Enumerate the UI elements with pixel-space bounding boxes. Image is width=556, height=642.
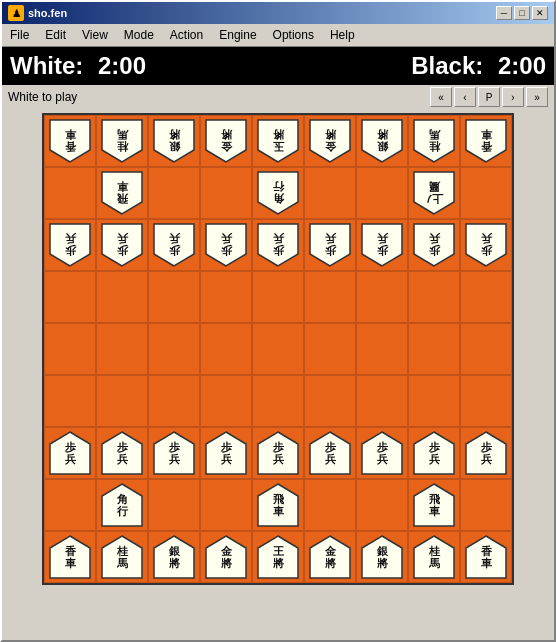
cell-7-2[interactable] <box>148 479 200 531</box>
cell-0-8[interactable]: 香車 <box>460 115 512 167</box>
piece-pawn_b-2-0[interactable]: 歩兵 <box>48 222 92 268</box>
cell-3-0[interactable] <box>44 271 96 323</box>
cell-8-4[interactable]: 王將 <box>252 531 304 583</box>
cell-1-4[interactable]: 角行 <box>252 167 304 219</box>
prev-button[interactable]: ‹ <box>454 87 476 107</box>
cell-7-1[interactable]: 角行 <box>96 479 148 531</box>
cell-5-4[interactable] <box>252 375 304 427</box>
menu-item-mode[interactable]: Mode <box>116 26 162 44</box>
piece-pawn_b-2-4[interactable]: 歩兵 <box>256 222 300 268</box>
cell-4-6[interactable] <box>356 323 408 375</box>
first-button[interactable]: « <box>430 87 452 107</box>
piece-pawn_w-6-8[interactable]: 歩兵 <box>464 430 508 476</box>
piece-gold_b-0-3[interactable]: 金將 <box>204 118 248 164</box>
menu-item-action[interactable]: Action <box>162 26 211 44</box>
cell-5-5[interactable] <box>304 375 356 427</box>
cell-4-8[interactable] <box>460 323 512 375</box>
piece-lance_w-8-0[interactable]: 香車 <box>48 534 92 580</box>
cell-6-8[interactable]: 歩兵 <box>460 427 512 479</box>
cell-7-8[interactable] <box>460 479 512 531</box>
cell-2-7[interactable]: 歩兵 <box>408 219 460 271</box>
cell-8-3[interactable]: 金將 <box>200 531 252 583</box>
menu-item-engine[interactable]: Engine <box>211 26 264 44</box>
cell-3-7[interactable] <box>408 271 460 323</box>
cell-0-1[interactable]: 桂馬 <box>96 115 148 167</box>
menu-item-help[interactable]: Help <box>322 26 363 44</box>
cell-6-7[interactable]: 歩兵 <box>408 427 460 479</box>
piece-bishop_w-7-1[interactable]: 角行 <box>100 482 144 528</box>
piece-silver_b-0-6[interactable]: 銀將 <box>360 118 404 164</box>
cell-0-4[interactable]: 玉將 <box>252 115 304 167</box>
cell-5-0[interactable] <box>44 375 96 427</box>
cell-3-1[interactable] <box>96 271 148 323</box>
cell-7-6[interactable] <box>356 479 408 531</box>
cell-2-5[interactable]: 歩兵 <box>304 219 356 271</box>
piece-lance_b-0-0[interactable]: 香車 <box>48 118 92 164</box>
piece-lance_w-8-8[interactable]: 香車 <box>464 534 508 580</box>
cell-6-4[interactable]: 歩兵 <box>252 427 304 479</box>
cell-6-5[interactable]: 歩兵 <box>304 427 356 479</box>
cell-7-7[interactable]: 飛車 <box>408 479 460 531</box>
cell-1-3[interactable] <box>200 167 252 219</box>
cell-4-1[interactable] <box>96 323 148 375</box>
cell-4-5[interactable] <box>304 323 356 375</box>
piece-pawn_w-6-1[interactable]: 歩兵 <box>100 430 144 476</box>
cell-4-3[interactable] <box>200 323 252 375</box>
maximize-button[interactable]: □ <box>514 6 530 20</box>
piece-pawn_b-2-5[interactable]: 歩兵 <box>308 222 352 268</box>
piece-pawn_b-2-7[interactable]: 歩兵 <box>412 222 456 268</box>
menu-item-view[interactable]: View <box>74 26 116 44</box>
piece-gold_b-0-5[interactable]: 金將 <box>308 118 352 164</box>
menu-item-options[interactable]: Options <box>265 26 322 44</box>
cell-1-2[interactable] <box>148 167 200 219</box>
piece-pawn_w-6-4[interactable]: 歩兵 <box>256 430 300 476</box>
piece-rook_b-1-1[interactable]: 飛車 <box>100 170 144 216</box>
cell-1-1[interactable]: 飛車 <box>96 167 148 219</box>
cell-5-1[interactable] <box>96 375 148 427</box>
piece-pawn_w-6-0[interactable]: 歩兵 <box>48 430 92 476</box>
cell-8-1[interactable]: 桂馬 <box>96 531 148 583</box>
piece-gold_w-8-5[interactable]: 金將 <box>308 534 352 580</box>
cell-5-6[interactable] <box>356 375 408 427</box>
cell-4-7[interactable] <box>408 323 460 375</box>
piece-pawn_w-6-6[interactable]: 歩兵 <box>360 430 404 476</box>
menu-item-edit[interactable]: Edit <box>37 26 74 44</box>
piece-rook_w-7-4[interactable]: 飛車 <box>256 482 300 528</box>
cell-3-4[interactable] <box>252 271 304 323</box>
last-button[interactable]: » <box>526 87 548 107</box>
cell-2-1[interactable]: 歩兵 <box>96 219 148 271</box>
next-button[interactable]: › <box>502 87 524 107</box>
cell-5-3[interactable] <box>200 375 252 427</box>
piece-pawn_w-6-7[interactable]: 歩兵 <box>412 430 456 476</box>
piece-pawn_b-2-3[interactable]: 歩兵 <box>204 222 248 268</box>
cell-0-3[interactable]: 金將 <box>200 115 252 167</box>
minimize-button[interactable]: ─ <box>496 6 512 20</box>
piece-knight_w-8-7[interactable]: 桂馬 <box>412 534 456 580</box>
cell-3-5[interactable] <box>304 271 356 323</box>
cell-2-8[interactable]: 歩兵 <box>460 219 512 271</box>
cell-1-7[interactable]: 上ﾉ屬 <box>408 167 460 219</box>
piece-silver_b-0-2[interactable]: 銀將 <box>152 118 196 164</box>
cell-3-6[interactable] <box>356 271 408 323</box>
piece-bishop2_b-1-7[interactable]: 上ﾉ屬 <box>412 170 456 216</box>
piece-pawn_b-2-6[interactable]: 歩兵 <box>360 222 404 268</box>
cell-0-7[interactable]: 桂馬 <box>408 115 460 167</box>
cell-6-3[interactable]: 歩兵 <box>200 427 252 479</box>
cell-8-8[interactable]: 香車 <box>460 531 512 583</box>
cell-4-4[interactable] <box>252 323 304 375</box>
cell-0-5[interactable]: 金將 <box>304 115 356 167</box>
cell-8-6[interactable]: 銀將 <box>356 531 408 583</box>
cell-2-4[interactable]: 歩兵 <box>252 219 304 271</box>
cell-1-6[interactable] <box>356 167 408 219</box>
piece-knight_b-0-1[interactable]: 桂馬 <box>100 118 144 164</box>
cell-6-6[interactable]: 歩兵 <box>356 427 408 479</box>
piece-silver_w-8-6[interactable]: 銀將 <box>360 534 404 580</box>
cell-5-8[interactable] <box>460 375 512 427</box>
cell-6-2[interactable]: 歩兵 <box>148 427 200 479</box>
cell-2-2[interactable]: 歩兵 <box>148 219 200 271</box>
cell-2-3[interactable]: 歩兵 <box>200 219 252 271</box>
cell-8-7[interactable]: 桂馬 <box>408 531 460 583</box>
piece-pawn_w-6-2[interactable]: 歩兵 <box>152 430 196 476</box>
cell-8-0[interactable]: 香車 <box>44 531 96 583</box>
cell-0-2[interactable]: 銀將 <box>148 115 200 167</box>
